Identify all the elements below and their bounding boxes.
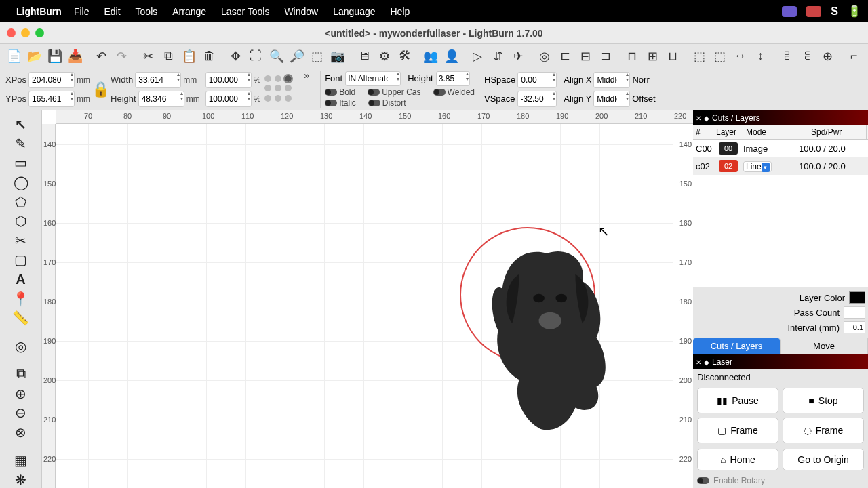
laser-panel-header[interactable]: ✕ ◆ Laser <box>693 354 868 369</box>
interval-input[interactable] <box>844 321 865 333</box>
save-file-icon[interactable]: 💾 <box>45 46 64 66</box>
same-width-icon[interactable]: ↔ <box>730 46 750 66</box>
boolean-intersect-icon[interactable]: ⊗ <box>9 424 33 441</box>
menu-help[interactable]: Help <box>391 6 410 17</box>
home-button[interactable]: ⌂Home <box>697 449 778 470</box>
welded-toggle[interactable] <box>433 89 446 96</box>
dog-image[interactable] <box>476 239 618 436</box>
xpos-input[interactable] <box>28 72 75 88</box>
window-minimize-button[interactable] <box>21 28 30 37</box>
align-vcenter-icon[interactable]: ⊞ <box>643 46 663 66</box>
menu-edit[interactable]: Edit <box>104 6 120 17</box>
boolean-union-icon[interactable]: ⊕ <box>9 385 33 402</box>
zoom-out-icon[interactable]: 🔍 <box>267 46 286 66</box>
frame-circle-button[interactable]: ◌Frame <box>783 418 864 443</box>
pass-count-input[interactable] <box>844 306 865 319</box>
measure-tool-icon[interactable]: 📏 <box>9 310 33 327</box>
menu-language[interactable]: Language <box>333 6 375 17</box>
offset-tool-icon[interactable]: ◎ <box>9 338 33 354</box>
ungroup-icon[interactable]: 👤 <box>441 46 461 66</box>
line-tool-icon[interactable]: ✎ <box>9 136 33 152</box>
upper-toggle[interactable] <box>368 89 380 96</box>
delete-icon[interactable]: 🗑 <box>199 46 219 66</box>
align-right-icon[interactable]: ⊐ <box>596 46 616 66</box>
align-middle-icon[interactable]: ⊟ <box>576 46 595 66</box>
distort-toggle[interactable] <box>368 100 380 106</box>
paste-icon[interactable]: 📋 <box>179 46 199 66</box>
alignx-select[interactable] <box>593 72 630 88</box>
width-input[interactable] <box>135 72 181 88</box>
layer-row[interactable]: c02 02 Line 100.0 / 20.0 <box>693 157 868 175</box>
same-height-icon[interactable]: ↕ <box>751 46 770 66</box>
undo-icon[interactable]: ↶ <box>92 46 111 66</box>
status-letter-icon[interactable]: S <box>831 5 838 18</box>
menu-laser-tools[interactable]: Laser Tools <box>221 6 269 17</box>
stop-button[interactable]: ■Stop <box>783 388 864 413</box>
ypos-input[interactable] <box>28 91 75 107</box>
screen-recorder-icon[interactable] <box>782 6 797 17</box>
space-v-icon[interactable]: ⫕ <box>797 46 817 66</box>
frame-rect-button[interactable]: ▢Frame <box>697 418 778 443</box>
canvas-area[interactable]: 70 80 90 100 110 120 130 140 150 160 170… <box>42 110 693 488</box>
scaley-input[interactable] <box>205 91 252 107</box>
panel-close-icon[interactable]: ✕ <box>696 359 701 366</box>
hspace-input[interactable] <box>517 72 557 88</box>
panel-pin-icon[interactable]: ◆ <box>704 115 709 122</box>
layer-row[interactable]: C00 00 Image 100.0 / 20.0 <box>693 140 868 157</box>
pause-button[interactable]: ▮▮Pause <box>697 388 778 413</box>
status-app-icon[interactable] <box>806 6 821 17</box>
rect-tool-icon[interactable]: ▭ <box>9 155 33 171</box>
select-tool-icon[interactable]: ↖ <box>9 116 33 133</box>
monitor-icon[interactable]: 🖥 <box>354 46 374 66</box>
edit-nodes-icon[interactable]: ✂ <box>9 232 33 249</box>
align-top-icon[interactable]: ⊓ <box>623 46 642 66</box>
settings-icon[interactable]: ⚙ <box>374 46 394 66</box>
anchor-grid[interactable] <box>264 75 293 104</box>
layers-body[interactable]: C00 00 Image 100.0 / 20.0 c02 02 Line 10… <box>693 140 868 287</box>
path-tool-icon[interactable]: ⬡ <box>9 213 33 230</box>
scalex-input[interactable] <box>205 72 252 88</box>
mirror-h-icon[interactable]: ✈ <box>509 46 528 66</box>
panel-close-icon[interactable]: ✕ <box>696 115 701 122</box>
italic-toggle[interactable] <box>325 100 337 106</box>
import-icon[interactable]: 📥 <box>65 46 85 66</box>
layer-mode-select[interactable]: Line <box>743 161 772 172</box>
rounded-rect-icon[interactable]: ▢ <box>9 251 33 268</box>
menu-arrange[interactable]: Arrange <box>172 6 206 17</box>
overflow-icon[interactable]: » <box>304 70 309 81</box>
mirror-v-icon[interactable]: ⇵ <box>488 46 508 66</box>
text-tool-icon[interactable]: A <box>9 271 33 288</box>
boolean-subtract-icon[interactable]: ⊖ <box>9 405 33 422</box>
go-to-origin-button[interactable]: Go to Origin <box>783 449 864 470</box>
distribute-h-icon[interactable]: ⬚ <box>690 46 709 66</box>
menu-file[interactable]: File <box>74 6 90 17</box>
layer-color-swatch[interactable] <box>849 291 865 304</box>
weld-tool-icon[interactable]: ⧉ <box>9 366 33 383</box>
height-input[interactable] <box>138 91 184 107</box>
new-file-icon[interactable]: 📄 <box>4 46 24 66</box>
lock-aspect-icon[interactable]: 🔒 <box>90 75 111 104</box>
zoom-in-icon[interactable]: 🔎 <box>287 46 307 66</box>
zoom-frame-icon[interactable]: ⬚ <box>307 46 327 66</box>
battery-icon[interactable]: 🔋 <box>848 5 861 18</box>
ellipse-tool-icon[interactable]: ◯ <box>9 174 33 191</box>
radial-array-icon[interactable]: ❋ <box>9 471 33 488</box>
group-icon[interactable]: 👥 <box>421 46 441 66</box>
tab-cuts-layers[interactable]: Cuts / Layers <box>693 338 781 354</box>
enable-rotary-toggle[interactable] <box>697 477 709 484</box>
vspace-input[interactable] <box>517 91 557 107</box>
move-icon[interactable]: ✥ <box>226 46 245 66</box>
center-all-icon[interactable]: ⊕ <box>818 46 837 66</box>
panel-pin-icon[interactable]: ◆ <box>704 359 709 366</box>
app-name[interactable]: LightBurn <box>16 6 62 17</box>
corner-icon[interactable]: ⌐ <box>844 46 864 66</box>
menu-tools[interactable]: Tools <box>136 6 158 17</box>
menu-window[interactable]: Window <box>284 6 318 17</box>
cut-icon[interactable]: ✂ <box>138 46 158 66</box>
position-tool-icon[interactable]: 📍 <box>9 290 33 307</box>
space-h-icon[interactable]: ⫔ <box>777 46 797 66</box>
grid-array-icon[interactable]: ▦ <box>9 452 33 469</box>
cuts-layers-panel-header[interactable]: ✕ ◆ Cuts / Layers <box>693 110 868 125</box>
align-center-icon[interactable]: ◎ <box>535 46 555 66</box>
distribute-v-icon[interactable]: ⬚ <box>710 46 730 66</box>
